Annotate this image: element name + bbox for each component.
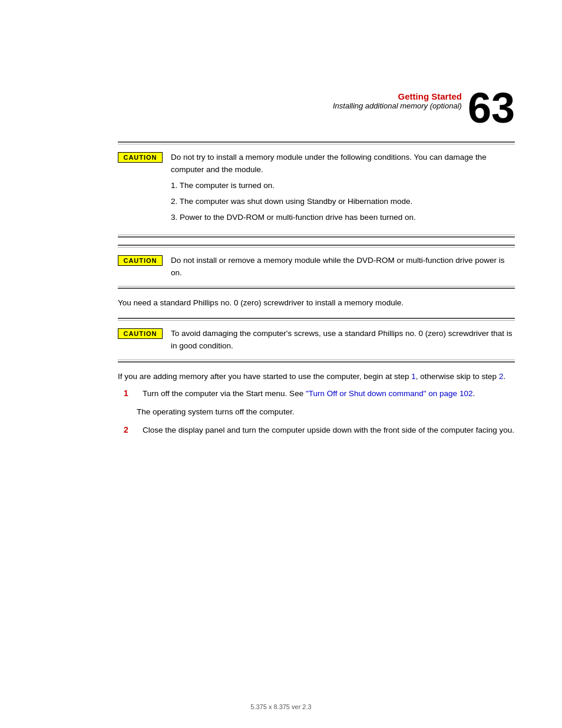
caution1-sub-3: 3. Power to the DVD-ROM or multi-functio… bbox=[171, 212, 515, 224]
step-1-text: Turn off the computer via the Start menu… bbox=[143, 388, 475, 400]
step-1-link[interactable]: "Turn Off or Shut down command" on page … bbox=[306, 389, 473, 398]
step-2-text: Close the display panel and turn the com… bbox=[143, 424, 514, 437]
intro-text-before: If you are adding memory after you have … bbox=[118, 372, 411, 381]
caution-block-1: CAUTION Do not try to install a memory m… bbox=[118, 144, 515, 235]
rule-after-caution3a bbox=[118, 360, 515, 360]
intro-text-mid: , otherwise skip to step bbox=[416, 372, 499, 381]
caution1-sub-2: 2. The computer was shut down using Stan… bbox=[171, 196, 515, 208]
caution3-text: To avoid damaging the computer's screws,… bbox=[171, 328, 515, 353]
header: Getting Started Installing additional me… bbox=[333, 91, 515, 129]
caution1-main-text: Do not try to install a memory module un… bbox=[171, 151, 515, 176]
step-2-number: 2 bbox=[124, 425, 132, 434]
page: Getting Started Installing additional me… bbox=[0, 0, 562, 728]
caution-block-3: CAUTION To avoid damaging the computer's… bbox=[118, 321, 515, 360]
step-1-number: 1 bbox=[124, 388, 132, 398]
caution-badge-1: CAUTION bbox=[118, 152, 163, 163]
content-area: CAUTION Do not try to install a memory m… bbox=[118, 141, 515, 443]
header-subtitle: Installing additional memory (optional) bbox=[333, 101, 462, 110]
header-text: Getting Started Installing additional me… bbox=[333, 91, 462, 110]
caution1-sub-1: 1. The computer is turned on. bbox=[171, 180, 515, 192]
rule-after-caution1a bbox=[118, 235, 515, 235]
rule-before-caution3a bbox=[118, 318, 515, 319]
caution2-text: Do not install or remove a memory module… bbox=[171, 255, 515, 279]
caution1-sub-items: 1. The computer is turned on. 2. The com… bbox=[171, 176, 515, 224]
header-title: Getting Started bbox=[333, 91, 462, 101]
intro-link-1[interactable]: 1 bbox=[411, 372, 416, 381]
intro-text-end: . bbox=[503, 372, 505, 381]
step-2: 2 Close the display panel and turn the c… bbox=[118, 424, 515, 437]
rule-after-caution2a bbox=[118, 286, 515, 286]
caution1-content: Do not try to install a memory module un… bbox=[171, 151, 515, 228]
page-number: 63 bbox=[468, 87, 515, 129]
step-1-sub: The operating system turns off the compu… bbox=[118, 406, 515, 419]
top-rule-1 bbox=[118, 141, 515, 143]
caution-badge-3: CAUTION bbox=[118, 328, 163, 339]
instructions-intro: If you are adding memory after you have … bbox=[118, 363, 515, 388]
footer: 5.375 x 8.375 ver 2.3 bbox=[0, 703, 562, 710]
rule-before-caution2a bbox=[118, 245, 515, 246]
caution-block-2: CAUTION Do not install or remove a memor… bbox=[118, 248, 515, 286]
caution-badge-2: CAUTION bbox=[118, 255, 163, 266]
note-text: You need a standard Phillips no. 0 (zero… bbox=[118, 289, 515, 318]
step-1: 1 Turn off the computer via the Start me… bbox=[118, 388, 515, 400]
spacer-1 bbox=[118, 238, 515, 245]
footer-text: 5.375 x 8.375 ver 2.3 bbox=[250, 703, 311, 710]
